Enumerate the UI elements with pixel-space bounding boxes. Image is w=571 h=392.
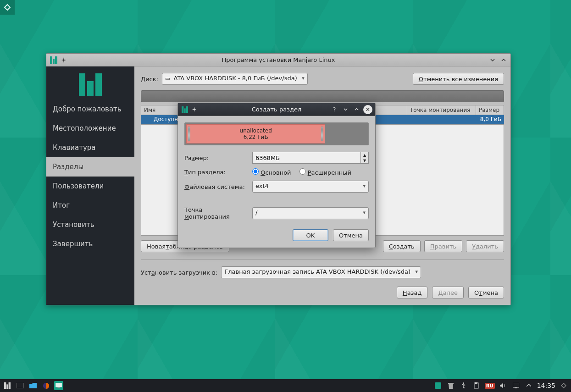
sidebar-item-users[interactable]: Пользователи [46,177,134,196]
size-input[interactable] [252,152,360,164]
tray-expand-icon[interactable] [524,381,533,390]
manjaro-icon [182,106,188,113]
dialog-titlebar[interactable]: Создать раздел ? ✕ [178,103,375,116]
app-launcher-button[interactable] [0,0,15,15]
svg-rect-2 [55,56,57,64]
disk-label: Диск: [141,76,158,83]
fs-label: Файловая система: [184,183,249,190]
type-label: Тип раздела: [184,169,249,176]
tray-clipboard-icon[interactable] [472,381,481,390]
bootloader-dropdown[interactable]: Главная загрузочная запись ATA VBOX HARD… [221,266,421,278]
virtual-desktop-icon[interactable] [16,381,25,390]
pin-icon[interactable] [61,57,67,63]
fs-value: ext4 [255,182,269,189]
unalloc-label: unallocated [240,127,272,134]
svg-rect-5 [95,73,102,96]
size-spinner[interactable]: ▲▼ [252,152,369,164]
close-icon[interactable]: ✕ [363,105,372,114]
sidebar-item-finish[interactable]: Завершить [46,234,134,254]
tray-show-desktop-icon[interactable] [559,381,568,390]
delete-button[interactable]: Удалить [466,240,504,252]
ok-button[interactable]: OK [293,229,328,241]
edit-button[interactable]: Править [424,240,462,252]
sidebar-item-partitions[interactable]: Разделы [46,157,134,177]
sidebar-item-install[interactable]: Установить [46,215,134,234]
radio-primary[interactable]: Основной [252,168,291,176]
spin-up-icon[interactable]: ▲ [361,152,368,158]
sidebar-logo [46,66,134,99]
create-partition-dialog: Создать раздел ? ✕ unallocated 6,22 ГиБ … [177,103,376,248]
svg-rect-8 [186,106,188,113]
tray-trash-icon[interactable] [446,381,455,390]
unalloc-size: 6,22 ГиБ [244,134,268,140]
col-mount: Точка монтирования [407,105,476,115]
tray-volume-icon[interactable] [499,381,508,390]
window-title: Программа установки Manjaro Linux [46,56,510,63]
maximize-icon[interactable] [499,56,508,64]
svg-rect-3 [79,73,85,96]
svg-rect-18 [513,383,519,387]
sidebar-item-keyboard[interactable]: Клавиатура [46,138,134,157]
svg-rect-6 [182,106,183,113]
svg-rect-11 [9,382,11,389]
help-icon[interactable]: ? [330,105,338,114]
mount-value: / [255,209,257,216]
size-label: Размер: [184,155,249,161]
mount-dropdown[interactable]: / [252,207,369,219]
bootloader-label: Установить загрузчик в: [141,269,217,276]
disk-value: ATA VBOX HARDDISK - 8,0 ГиБ (/dev/sda) [174,75,297,82]
create-button[interactable]: Создать [383,240,421,252]
col-size: Размер [476,105,504,115]
svg-rect-17 [475,382,477,384]
window-titlebar[interactable]: Программа установки Manjaro Linux [46,54,510,66]
min-icon[interactable] [341,105,349,114]
tray-nm-icon[interactable] [433,381,443,390]
unallocated-segment: unallocated 6,22 ГиБ [186,124,325,144]
svg-rect-9 [4,382,6,389]
tray-usb-icon[interactable] [459,381,468,390]
svg-rect-12 [17,383,24,388]
minimize-icon[interactable] [488,56,497,64]
next-button[interactable]: Далее [432,287,463,298]
svg-rect-4 [87,81,94,96]
back-button[interactable]: Назад [397,287,428,298]
svg-rect-19 [515,387,517,388]
disk-graph [141,90,504,102]
sidebar-item-location[interactable]: Местоположение [46,119,134,138]
cancel-button[interactable]: Отмена [468,287,504,298]
max-icon[interactable] [352,105,360,114]
radio-extended[interactable]: Расширенный [299,168,351,176]
tray-network-icon[interactable] [511,381,521,390]
sidebar-item-welcome[interactable]: Добро пожаловать [46,99,134,119]
firefox-icon[interactable] [41,381,50,390]
disk-dropdown[interactable]: ▭ ATA VBOX HARDDISK - 8,0 ГиБ (/dev/sda) [162,73,308,85]
size-slider[interactable]: unallocated 6,22 ГиБ [184,122,369,145]
start-menu-icon[interactable] [3,381,12,390]
svg-rect-0 [50,56,52,64]
file-manager-icon[interactable] [28,381,38,390]
bootloader-value: Главная загрузочная запись ATA VBOX HARD… [224,268,410,275]
svg-rect-1 [53,59,55,64]
spin-down-icon[interactable]: ▼ [361,158,368,163]
row-size: 8,0 ГиБ [477,115,504,124]
svg-rect-10 [6,384,8,389]
installer-sidebar: Добро пожаловать Местоположение Клавиату… [46,66,134,305]
taskbar-clock[interactable]: 14:35 [537,382,555,389]
launcher-icon [4,4,11,11]
revert-button[interactable]: Отменить все изменения [413,73,504,85]
tray-update-badge[interactable]: RU [485,383,495,389]
hdd-icon: ▭ [165,76,170,82]
mount-label: Точка монтирования [184,206,249,220]
fs-dropdown[interactable]: ext4 [252,181,369,193]
manjaro-icon [50,56,57,64]
task-installer-icon[interactable] [54,381,63,390]
svg-rect-7 [184,108,186,113]
dialog-cancel-button[interactable]: Отмена [333,229,369,241]
svg-rect-14 [55,383,62,387]
sidebar-item-summary[interactable]: Итог [46,196,134,215]
svg-rect-15 [57,387,60,388]
taskbar[interactable]: RU 14:35 [0,379,571,392]
pin-icon[interactable] [192,107,197,112]
